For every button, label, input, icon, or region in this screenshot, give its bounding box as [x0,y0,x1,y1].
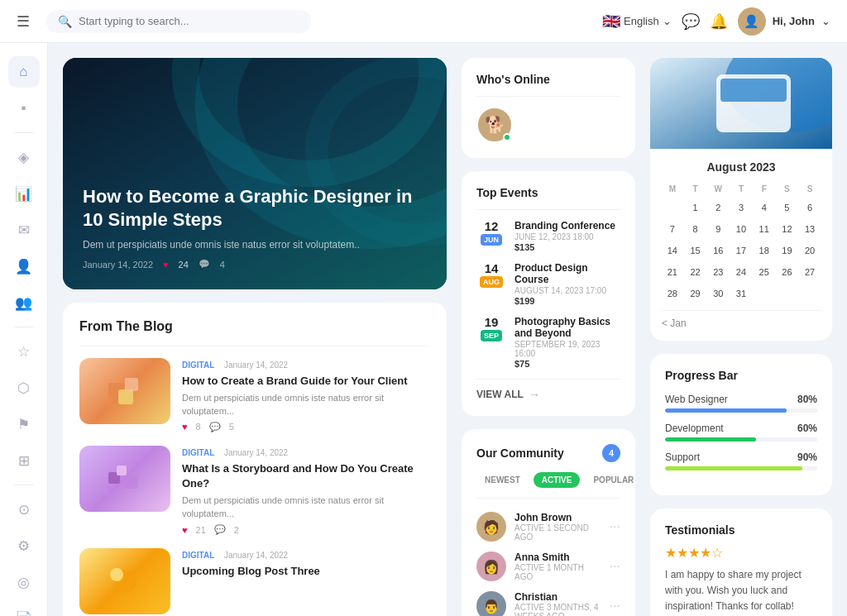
top-navigation: ☰ 🔍 🇬🇧 English ⌄ 💬 🔔 👤 Hi, John ⌄ [0,0,847,43]
member-2-more-icon[interactable]: ··· [610,559,620,574]
blog-item-3-title[interactable]: Upcoming Blog Post Three [182,564,430,579]
cal-day-25[interactable]: 25 [754,262,774,282]
sidebar-item-globe[interactable]: ◎ [8,566,40,598]
cal-hdr-thu: T [730,182,752,196]
progress-item-1: Web Designer 80% [665,394,817,413]
hero-title: How to Become a Graphic Designer in 10 S… [83,185,427,232]
sidebar-item-docs[interactable]: 📄 [8,603,40,616]
sidebar-item-mail[interactable]: ✉ [8,214,40,246]
cal-day-4[interactable]: 4 [754,198,774,217]
sidebar-item-grid[interactable]: ⊞ [8,445,40,476]
sidebar-item-user[interactable]: 👤 [8,251,40,282]
sidebar-item-bookmark[interactable]: ☆ [8,336,40,367]
cal-day-15[interactable]: 15 [686,241,706,260]
testimonials-title: Testimonials [665,523,817,537]
blog-item-3: DIGITAL January 14, 2022 Upcoming Blog P… [79,548,430,614]
like-heart-icon: ♥ [182,422,188,432]
sidebar-item-wallet[interactable]: ◈ [8,141,40,173]
cal-day-6[interactable]: 6 [800,198,820,217]
cal-day-5[interactable]: 5 [777,198,797,217]
cal-day-16[interactable]: 16 [708,241,728,260]
member-2-info: Anna Smith ACTIVE 1 MONTH AGO [514,552,601,581]
cal-day-14[interactable]: 14 [663,241,682,260]
member-1-more-icon[interactable]: ··· [610,519,620,534]
cal-day-3[interactable]: 3 [731,198,751,217]
cal-day-30[interactable]: 30 [708,284,728,303]
chat-icon[interactable]: 💬 [682,12,700,31]
event-3-subtitle: SEPTEMBER 19, 2023 16:00 [514,340,620,358]
cal-day-19[interactable]: 19 [777,241,797,260]
blog-item-1-meta: ♥ 8 💬 5 [182,422,430,432]
cal-day-9[interactable]: 9 [708,219,728,239]
cal-day-1[interactable]: 1 [686,198,706,217]
cal-day-11[interactable]: 11 [754,219,774,239]
cal-day-31[interactable]: 31 [731,284,751,303]
progress-track-3 [665,466,817,470]
event-1-subtitle: JUNE 12, 2023 18:00 [514,232,620,241]
blog-item-2-title[interactable]: What Is a Storyboard and How Do You Crea… [182,461,430,491]
event-3-title[interactable]: Photography Basics and Beyond [514,316,620,339]
event-1-title[interactable]: Branding Conference [514,220,620,232]
cal-day-21[interactable]: 21 [663,262,682,282]
cal-day-24[interactable]: 24 [731,262,751,282]
event-2-title[interactable]: Product Design Course [514,262,620,285]
top-events-title: Top Events [476,186,620,199]
cal-day-10[interactable]: 10 [731,219,751,239]
sidebar-item-chart[interactable]: 📊 [8,178,40,209]
cal-day-28[interactable]: 28 [663,284,682,303]
calendar-prev-button[interactable]: < Jan [662,318,687,329]
event-3-day: 19 [476,316,506,328]
event-3-info: Photography Basics and Beyond SEPTEMBER … [514,316,620,369]
progress-item-3: Support 90% [665,451,817,470]
sidebar-item-dash[interactable]: ▪ [8,93,40,124]
cal-day-13[interactable]: 13 [800,219,820,239]
sidebar-item-flag[interactable]: ⚑ [8,408,40,440]
member-1-avatar: 🧑 [476,512,506,542]
cal-day-18[interactable]: 18 [754,241,774,260]
sidebar-item-settings[interactable]: ⚙ [8,530,40,561]
tab-popular[interactable]: POPULAR [585,472,642,488]
cal-day-22[interactable]: 22 [686,262,706,282]
cal-hdr-sat: S [777,182,798,196]
tab-active[interactable]: ACTIVE [534,472,581,488]
hamburger-menu[interactable]: ☰ [17,12,30,31]
view-all-label: VIEW ALL [476,389,524,400]
sidebar-item-tag[interactable]: ⬡ [8,372,40,404]
search-input[interactable] [79,15,299,27]
cal-day-23[interactable]: 23 [708,262,728,282]
blog-item-2: DIGITAL January 14, 2022 What Is a Story… [79,446,430,535]
sidebar-item-community[interactable]: 👥 [8,287,40,318]
member-3-more-icon[interactable]: ··· [610,599,620,614]
tab-newest[interactable]: NEWEST [476,472,529,488]
bell-icon[interactable]: 🔔 [710,12,728,31]
view-all-button[interactable]: VIEW ALL → [476,379,620,401]
cal-day-12[interactable]: 12 [777,219,797,239]
hero-bg [63,58,447,289]
cal-day-8[interactable]: 8 [686,219,706,239]
blog-item-1-likes: 8 [196,422,201,432]
cal-day-27[interactable]: 27 [800,262,820,282]
comment-icon: 💬 [209,422,221,432]
user-menu[interactable]: 👤 Hi, John ⌄ [738,7,830,36]
cal-hdr-sun: S [799,182,821,196]
cal-day-17[interactable]: 17 [731,241,751,260]
cal-day-7[interactable]: 7 [663,219,682,239]
cal-day-20[interactable]: 20 [800,241,820,260]
sidebar-item-home[interactable]: ⌂ [8,56,40,88]
blog-item-1-title[interactable]: How to Create a Brand Guide for Your Cli… [182,374,430,389]
blog-item-3-date: January 14, 2022 [224,551,288,560]
event-1-day: 12 [476,220,506,232]
cal-hdr-mon: M [662,182,683,196]
left-column: DIGITAL How to Become a Graphic Designer… [63,58,447,616]
sidebar-item-bag[interactable]: ⊙ [8,494,40,525]
svg-rect-6 [125,378,138,391]
progress-bar-card: Progress Bar Web Designer 80% Developmen… [650,354,832,495]
search-bar[interactable]: 🔍 [46,10,311,33]
cal-day-29[interactable]: 29 [686,284,706,303]
member-3: 👨 Christian ACTIVE 3 MONTHS, 4 WEEKS AGO… [476,586,620,616]
cal-day-2[interactable]: 2 [708,198,728,217]
cal-day-26[interactable]: 26 [777,262,797,282]
language-selector[interactable]: 🇬🇧 English ⌄ [602,12,672,31]
event-item-2: 14 AUG Product Design Course AUGUST 14, … [476,262,620,306]
progress-label-2: Development 60% [665,423,817,434]
